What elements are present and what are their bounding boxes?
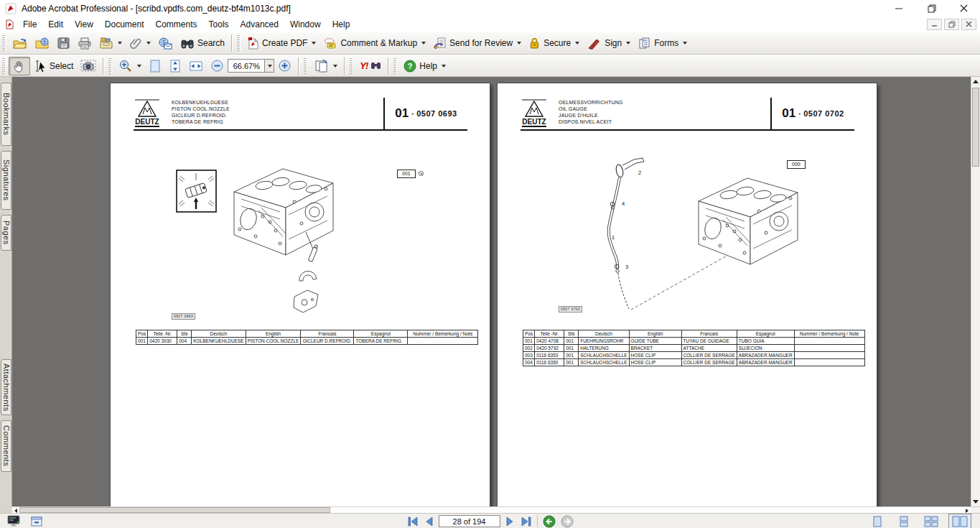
open-button[interactable] (9, 34, 31, 52)
vertical-scrollbar[interactable] (971, 77, 980, 506)
create-pdf-icon (247, 37, 259, 50)
callout-4: 4 (622, 200, 625, 207)
secure-button[interactable]: Secure (525, 34, 583, 52)
last-page-button[interactable] (520, 517, 532, 527)
sidebar-tab-bookmarks[interactable]: Bookmarks (1, 83, 11, 146)
menu-document[interactable]: Document (99, 18, 150, 31)
toolbar-grip[interactable] (108, 58, 112, 74)
toolbar-grip[interactable] (2, 58, 6, 74)
search-button[interactable]: Search (177, 35, 228, 51)
previous-page-button[interactable] (424, 517, 434, 527)
drawing-stamp: 0507 0702 (559, 306, 582, 312)
previous-view-button[interactable] (543, 515, 556, 528)
fullscreen-monitor-icon[interactable] (7, 515, 21, 527)
email-button[interactable] (154, 34, 177, 52)
page-display-icon (314, 59, 329, 73)
minimize-button[interactable] (883, 0, 915, 17)
zoom-in-button[interactable] (274, 57, 295, 75)
first-page-button[interactable] (407, 517, 419, 527)
comments-tab-label: Comments (2, 425, 11, 466)
page-number-input[interactable]: 28 of 194 (439, 515, 500, 527)
attachments-tab-label: Attachments (2, 363, 11, 412)
snapshot-tool-button[interactable] (77, 57, 100, 75)
continuous-facing-button[interactable] (920, 514, 942, 528)
facing-button[interactable] (948, 514, 971, 528)
print-button[interactable] (74, 34, 95, 52)
toolbar-grip[interactable] (2, 35, 6, 51)
vertical-scroll-thumb[interactable] (972, 88, 979, 167)
dropdown-arrow (442, 65, 446, 68)
dropdown-arrow (683, 42, 687, 45)
toolbar-grip[interactable] (350, 58, 353, 74)
toolbar-grip[interactable] (237, 35, 241, 51)
section-number: 01 (395, 106, 409, 121)
toolbar-grip[interactable] (304, 58, 307, 74)
page-display-button[interactable] (310, 57, 341, 75)
select-tool-button[interactable]: Select (30, 57, 77, 75)
zoom-in-tool-button[interactable] (115, 57, 145, 75)
acrobat-window: Adobe Acrobat Professional - [scribd.vpd… (0, 0, 980, 528)
svg-text:DEUTZ: DEUTZ (522, 118, 546, 126)
scroll-left-button[interactable] (12, 508, 19, 513)
fit-height-button[interactable] (165, 57, 185, 75)
doc-restore-button[interactable] (944, 19, 959, 30)
fit-width-button[interactable] (185, 57, 207, 75)
document-pane[interactable]: DEUTZ KOLBENKUEHLDUESE PISTON COOL.NOZZL… (12, 77, 971, 506)
scroll-down-button[interactable] (971, 497, 980, 506)
zoom-out-button[interactable] (207, 57, 228, 75)
select-label: Select (50, 61, 73, 71)
sign-button[interactable]: Sign (583, 34, 634, 52)
comment-markup-button[interactable]: Comment & Markup (319, 34, 429, 52)
secure-label: Secure (543, 38, 571, 48)
sidebar-tab-comments[interactable]: Comments (1, 420, 11, 472)
zoom-level-input[interactable]: 66.67% (228, 59, 265, 73)
restore-button[interactable] (915, 0, 948, 17)
scroll-up-button[interactable] (971, 77, 980, 86)
help-button[interactable]: ?Help (400, 57, 449, 75)
menu-help[interactable]: Help (327, 18, 356, 31)
doc-minimize-button[interactable] (927, 19, 942, 30)
binoculars-icon (180, 37, 195, 49)
doc-close-button[interactable] (961, 19, 976, 30)
menu-comments[interactable]: Comments (150, 18, 203, 31)
table-row: 0030116 6353001SCHLAUCHSCHELLEHOSE CLIPC… (523, 352, 865, 359)
fit-page-icon (149, 59, 162, 73)
menu-edit[interactable]: Edit (42, 18, 69, 31)
toolbar-separator (388, 57, 388, 75)
window-options-icon[interactable] (31, 516, 43, 527)
menu-view[interactable]: View (69, 18, 99, 31)
next-page-button[interactable] (505, 517, 515, 527)
hand-icon (12, 59, 27, 73)
hand-tool-button[interactable] (9, 57, 30, 75)
create-pdf-button[interactable]: Create PDF (243, 34, 319, 52)
toolbar-grip[interactable] (393, 58, 397, 74)
horizontal-scrollbar[interactable] (0, 506, 980, 513)
sign-label: Sign (605, 38, 622, 48)
scroll-right-button[interactable] (963, 508, 970, 513)
close-button[interactable] (948, 0, 980, 17)
menu-advanced[interactable]: Advanced (235, 18, 284, 31)
send-for-review-button[interactable]: Send for Review (429, 34, 525, 52)
continuous-button[interactable] (894, 514, 914, 528)
sidebar-tab-pages[interactable]: Pages (1, 215, 11, 251)
left-arrow-icon (14, 509, 17, 513)
scrollbar-corner (0, 507, 12, 513)
forms-button[interactable]: Forms (634, 34, 691, 52)
menu-tools[interactable]: Tools (203, 18, 235, 31)
zoom-level-dropdown[interactable] (265, 59, 274, 73)
attach-button[interactable] (126, 34, 154, 52)
sidebar-tab-attachments[interactable]: Attachments (1, 359, 11, 415)
save-button[interactable] (53, 34, 74, 52)
nav-separator (537, 516, 538, 527)
sidebar-tab-signatures[interactable]: Signatures (1, 151, 11, 210)
menu-window[interactable]: Window (284, 18, 327, 31)
horizontal-scroll-thumb[interactable] (19, 507, 330, 513)
table-row: 0010420 3930004KOLBENKUEHLDUESEPISTON CO… (136, 338, 478, 345)
menu-file[interactable]: File (17, 18, 42, 31)
yahoo-search-button[interactable]: Y! (356, 58, 385, 73)
organizer-button[interactable] (95, 34, 126, 52)
open-web-button[interactable] (31, 34, 53, 52)
next-view-button[interactable] (561, 515, 574, 528)
fit-page-button[interactable] (145, 57, 165, 75)
single-page-button[interactable] (867, 514, 887, 528)
